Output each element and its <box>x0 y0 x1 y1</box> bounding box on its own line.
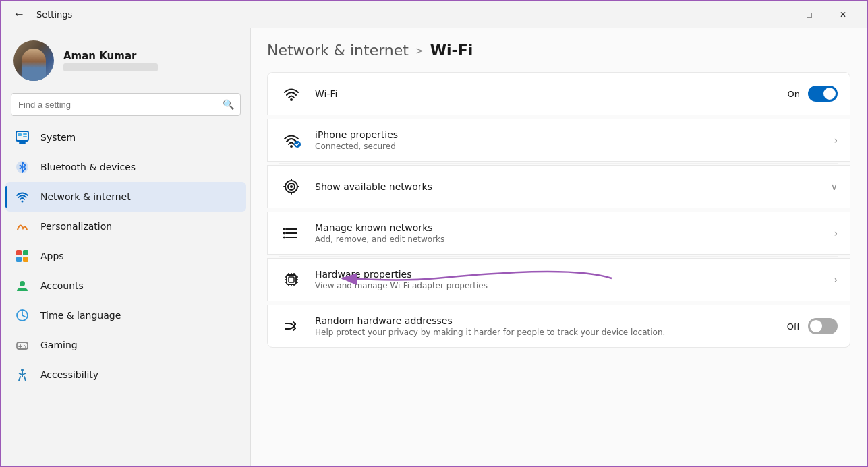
svg-rect-11 <box>23 250 28 255</box>
sidebar-item-personalization[interactable]: Personalization <box>5 212 246 241</box>
chevron-down-icon: ∨ <box>831 181 838 192</box>
svg-point-9 <box>22 201 24 203</box>
svg-line-25 <box>19 377 20 381</box>
svg-rect-12 <box>16 257 22 262</box>
search-input[interactable] <box>11 93 241 116</box>
random-toggle[interactable] <box>808 318 838 334</box>
svg-rect-4 <box>23 133 27 135</box>
time-icon <box>13 307 31 324</box>
sidebar-item-label: Time & language <box>40 310 121 321</box>
show-networks-item[interactable]: Show available networks ∨ <box>267 165 850 208</box>
random-title: Random hardware addresses <box>315 315 775 326</box>
random-text: Random hardware addresses Help protect y… <box>315 315 775 337</box>
manage-right: › <box>834 228 838 239</box>
maximize-button[interactable]: □ <box>794 4 825 26</box>
svg-rect-2 <box>18 141 27 142</box>
iphone-sub: Connected, secured <box>315 142 821 151</box>
app-title: Settings <box>36 9 72 20</box>
random-toggle-label: Off <box>787 321 800 332</box>
sidebar-item-label: Network & internet <box>40 191 131 202</box>
networks-title: Show available networks <box>315 181 819 192</box>
profile-sub <box>63 63 158 71</box>
svg-line-17 <box>22 315 25 317</box>
svg-point-22 <box>25 346 26 348</box>
manage-title: Manage known networks <box>315 222 821 233</box>
network-icon <box>13 188 31 206</box>
search-icon: 🔍 <box>223 99 234 110</box>
close-button[interactable]: ✕ <box>828 4 859 26</box>
sidebar-item-label: System <box>40 132 76 143</box>
networks-right: ∨ <box>831 181 838 192</box>
wifi-toggle-item[interactable]: Wi-Fi On <box>267 72 850 115</box>
chevron-right-icon: › <box>834 274 838 285</box>
svg-rect-0 <box>16 131 28 141</box>
chevron-right-icon: › <box>834 228 838 239</box>
apps-icon <box>13 247 31 265</box>
back-button[interactable]: ← <box>9 5 28 24</box>
svg-point-28 <box>290 145 293 148</box>
svg-rect-13 <box>23 257 28 262</box>
svg-line-26 <box>24 377 26 381</box>
svg-rect-1 <box>19 142 26 144</box>
svg-point-27 <box>290 98 293 101</box>
sidebar-item-accounts[interactable]: Accounts <box>5 271 246 301</box>
wifi-toggle[interactable] <box>808 86 838 102</box>
shuffle-icon <box>280 315 303 338</box>
nav-list: System Bluetooth & devices <box>1 123 250 390</box>
breadcrumb-separator: > <box>415 45 424 56</box>
svg-rect-44 <box>289 277 294 282</box>
svg-rect-10 <box>16 250 22 255</box>
iphone-title: iPhone properties <box>315 129 821 140</box>
svg-point-21 <box>24 345 25 346</box>
main-layout: Aman Kumar 🔍 <box>1 28 867 467</box>
hardware-text: Hardware properties View and manage Wi-F… <box>315 269 821 290</box>
manage-networks-item[interactable]: Manage known networks Add, remove, and e… <box>267 212 850 255</box>
sidebar-item-time[interactable]: Time & language <box>5 301 246 330</box>
wifi-toggle-label: On <box>788 89 800 99</box>
svg-rect-5 <box>23 136 27 137</box>
random-addresses-item[interactable]: Random hardware addresses Help protect y… <box>267 305 850 348</box>
system-icon <box>13 129 31 146</box>
wifi-icon <box>280 82 303 105</box>
antenna-icon <box>280 175 303 198</box>
sidebar-item-apps[interactable]: Apps <box>5 241 246 271</box>
bluetooth-icon <box>13 158 31 176</box>
svg-point-23 <box>21 369 24 371</box>
manage-sub: Add, remove, and edit networks <box>315 235 821 244</box>
sidebar-item-gaming[interactable]: Gaming <box>5 330 246 360</box>
iphone-properties-item[interactable]: iPhone properties Connected, secured › <box>267 119 850 162</box>
avatar <box>13 40 54 81</box>
profile-section[interactable]: Aman Kumar <box>1 28 250 90</box>
sidebar: Aman Kumar 🔍 <box>1 28 251 467</box>
random-right: Off <box>787 318 838 334</box>
sidebar-item-bluetooth[interactable]: Bluetooth & devices <box>5 152 246 182</box>
hardware-title: Hardware properties <box>315 269 821 280</box>
content-area: Network & internet > Wi-Fi Wi-Fi <box>251 28 867 467</box>
accessibility-icon <box>13 366 31 383</box>
wifi-title: Wi-Fi <box>315 88 776 99</box>
sidebar-item-accessibility[interactable]: Accessibility <box>5 360 246 390</box>
sidebar-item-network[interactable]: Network & internet <box>5 182 246 212</box>
wifi-text: Wi-Fi <box>315 88 776 99</box>
hardware-properties-item[interactable]: Hardware properties View and manage Wi-F… <box>267 258 850 301</box>
random-sub: Help protect your privacy by making it h… <box>315 328 775 337</box>
minimize-button[interactable]: ─ <box>760 4 791 26</box>
list-icon <box>280 222 303 245</box>
accounts-icon <box>13 277 31 294</box>
personalization-icon <box>13 218 31 235</box>
svg-point-14 <box>20 281 25 286</box>
svg-rect-3 <box>18 133 22 136</box>
manage-text: Manage known networks Add, remove, and e… <box>315 222 821 244</box>
breadcrumb-parent: Network & internet <box>267 42 409 59</box>
hardware-right: › <box>834 274 838 285</box>
titlebar-left: ← Settings <box>9 5 72 24</box>
svg-rect-18 <box>17 342 28 349</box>
iphone-text: iPhone properties Connected, secured <box>315 129 821 151</box>
svg-point-32 <box>290 185 293 188</box>
titlebar: ← Settings ─ □ ✕ <box>1 1 867 28</box>
wifi-connected-icon <box>280 129 303 152</box>
gaming-icon <box>13 336 31 354</box>
sidebar-item-system[interactable]: System <box>5 123 246 152</box>
sidebar-item-label: Accounts <box>40 280 84 291</box>
settings-list: Wi-Fi On <box>267 72 850 348</box>
